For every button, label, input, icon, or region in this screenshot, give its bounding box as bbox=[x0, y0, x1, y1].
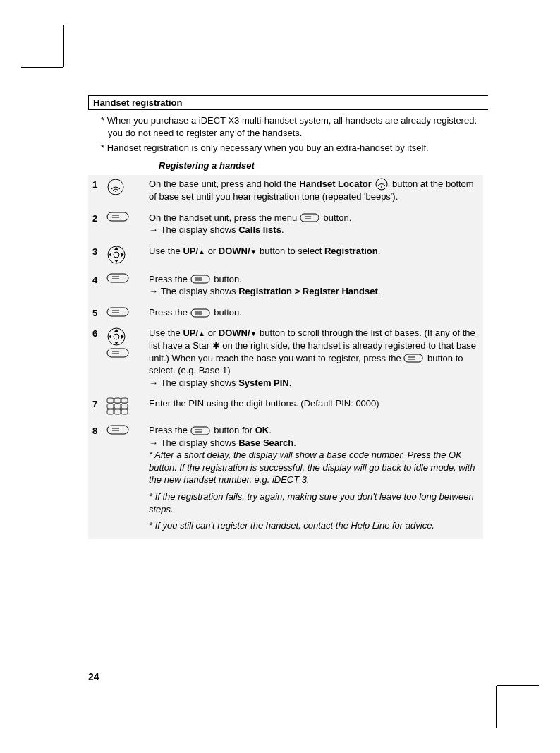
menu-inline-icon bbox=[190, 426, 212, 436]
text: On the handset unit, press the menu bbox=[149, 212, 300, 223]
svg-rect-40 bbox=[107, 398, 114, 403]
svg-rect-41 bbox=[114, 398, 121, 403]
keypad-icon bbox=[106, 397, 149, 416]
svg-point-3 bbox=[381, 186, 382, 188]
result-arrow: The display shows System PIN. bbox=[149, 378, 291, 388]
svg-rect-44 bbox=[114, 404, 121, 409]
subheading: Registering a handset bbox=[159, 160, 483, 171]
svg-rect-49 bbox=[107, 426, 128, 434]
svg-marker-32 bbox=[109, 335, 111, 339]
crop-mark bbox=[21, 67, 63, 68]
text: button to select bbox=[260, 246, 324, 256]
menu-button-icon bbox=[106, 273, 149, 285]
intro-note-2: * Handset registration is only necessary… bbox=[92, 142, 483, 155]
svg-rect-42 bbox=[121, 398, 128, 403]
result-arrow: The display shows Calls lists. bbox=[149, 224, 284, 235]
svg-rect-43 bbox=[107, 404, 114, 409]
step-row: 3 Use the UP/▲ or DOWN/▼ button to selec… bbox=[92, 245, 479, 265]
bold-text: UP/ bbox=[183, 246, 198, 256]
svg-rect-48 bbox=[121, 409, 128, 414]
text: button. bbox=[214, 274, 242, 284]
svg-point-1 bbox=[115, 191, 116, 192]
bold-text: OK bbox=[255, 425, 269, 435]
text: The display shows bbox=[161, 438, 239, 448]
crop-mark bbox=[63, 25, 64, 67]
up-triangle-icon: ▲ bbox=[198, 247, 205, 257]
step-text: Use the UP/▲ or DOWN/▼ button to scroll … bbox=[149, 327, 479, 389]
svg-rect-46 bbox=[107, 409, 114, 414]
bold-text: Handset Locator bbox=[299, 179, 372, 189]
locator-icon bbox=[106, 178, 149, 196]
text: On the base unit, press and hold the bbox=[149, 179, 299, 189]
text: button. bbox=[324, 212, 352, 223]
text: Use the bbox=[149, 246, 183, 256]
text: Use the bbox=[149, 327, 183, 338]
text: . bbox=[281, 224, 284, 235]
svg-rect-34 bbox=[107, 349, 128, 357]
down-triangle-icon: ▼ bbox=[250, 247, 257, 257]
menu-inline-icon bbox=[300, 213, 321, 223]
step-row: 8 Press the button for OK. The display s… bbox=[92, 424, 479, 531]
menu-button-icon bbox=[106, 306, 149, 318]
step-row: 6 Use the UP/▲ or DOWN/▼ button to scrol… bbox=[92, 327, 479, 389]
step-number: 5 bbox=[92, 306, 106, 318]
step-text: On the handset unit, press the menu butt… bbox=[149, 212, 479, 236]
step-row: 1 On the base unit, press and hold the H… bbox=[92, 178, 479, 203]
text: Press the bbox=[149, 307, 190, 318]
step-number: 8 bbox=[92, 424, 106, 436]
text: Press the bbox=[149, 274, 190, 284]
menu-inline-icon bbox=[190, 275, 212, 284]
svg-marker-30 bbox=[114, 329, 118, 332]
text: . bbox=[378, 286, 381, 296]
bold-text: Registration bbox=[324, 246, 378, 256]
svg-rect-45 bbox=[121, 404, 128, 409]
svg-rect-52 bbox=[191, 427, 209, 435]
text: . bbox=[293, 438, 296, 448]
svg-rect-25 bbox=[191, 309, 209, 317]
result-arrow: The display shows Base Search. bbox=[149, 438, 296, 448]
note-text: * If you still can't register the handse… bbox=[149, 520, 434, 531]
bold-text: Base Search bbox=[238, 438, 293, 448]
bold-text: System PIN bbox=[238, 378, 289, 388]
section-header: Handset registration bbox=[88, 95, 488, 110]
svg-rect-19 bbox=[191, 275, 209, 283]
locator-inline-icon bbox=[374, 178, 389, 191]
text: The display shows bbox=[161, 224, 239, 235]
svg-rect-22 bbox=[107, 308, 128, 316]
svg-rect-7 bbox=[300, 214, 319, 222]
menu-button-icon bbox=[106, 212, 149, 224]
step-text: On the base unit, press and hold the Han… bbox=[149, 178, 479, 203]
steps-container: 1 On the base unit, press and hold the H… bbox=[88, 175, 483, 539]
svg-marker-13 bbox=[114, 260, 118, 263]
step-text: Use the UP/▲ or DOWN/▼ button to select … bbox=[149, 245, 479, 258]
step-row: 4 Press the button. The display shows Re… bbox=[92, 273, 479, 298]
nav-button-icon bbox=[106, 245, 149, 265]
svg-point-29 bbox=[114, 334, 119, 339]
step-text: Press the button. The display shows Regi… bbox=[149, 273, 479, 298]
page-number: 24 bbox=[88, 671, 99, 682]
bold-text: UP/ bbox=[183, 327, 198, 338]
svg-rect-16 bbox=[107, 274, 128, 282]
step-text: Enter the PIN using the digit buttons. (… bbox=[149, 397, 479, 410]
text: or bbox=[208, 327, 219, 338]
svg-marker-15 bbox=[121, 253, 124, 257]
nav-and-menu-icon bbox=[106, 327, 149, 359]
step-number: 6 bbox=[92, 327, 106, 339]
step-number: 7 bbox=[92, 397, 106, 409]
svg-point-11 bbox=[114, 252, 119, 258]
bold-text: Calls lists bbox=[238, 224, 281, 235]
note-text: * If the registration fails, try again, … bbox=[149, 491, 474, 514]
step-row: 7 Enter the PIN using the digit buttons.… bbox=[92, 397, 479, 416]
svg-marker-12 bbox=[114, 247, 118, 250]
svg-marker-14 bbox=[109, 253, 111, 257]
step-row: 5 Press the button. bbox=[92, 306, 479, 319]
step-text: Press the button for OK. The display sho… bbox=[149, 424, 479, 531]
step-row: 2 On the handset unit, press the menu bu… bbox=[92, 212, 479, 236]
svg-rect-47 bbox=[114, 409, 121, 414]
menu-button-icon bbox=[106, 424, 149, 436]
svg-rect-37 bbox=[404, 354, 422, 362]
text: . bbox=[269, 425, 272, 435]
bold-text: DOWN/ bbox=[219, 327, 250, 338]
text: . bbox=[378, 246, 381, 256]
step-text: Press the button. bbox=[149, 306, 479, 319]
